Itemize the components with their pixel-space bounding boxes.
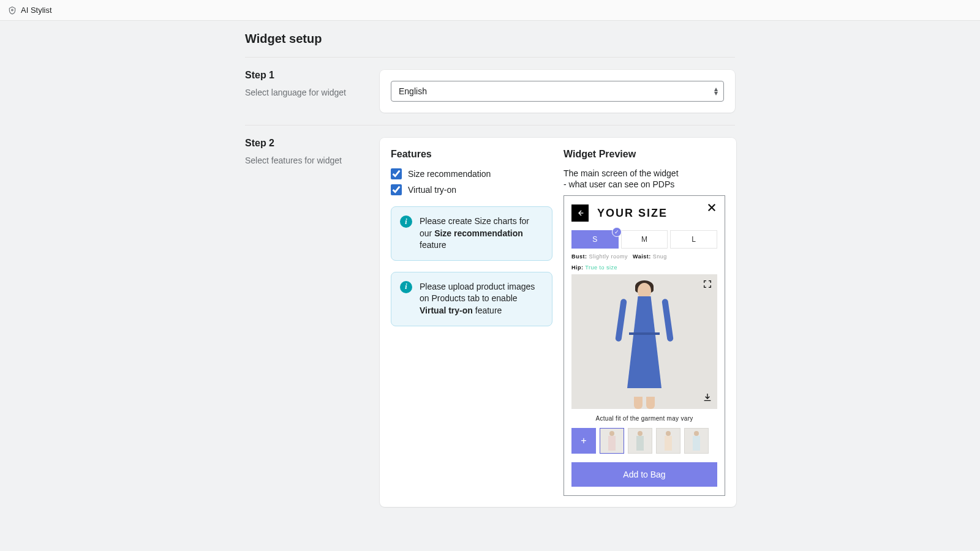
features-title: Features [391, 149, 552, 160]
info-icon: i [400, 281, 412, 293]
step-1-row: Step 1 Select language for widget Englis… [245, 58, 735, 126]
language-select[interactable]: English [391, 81, 724, 102]
widget-title: YOUR SIZE [597, 207, 668, 220]
preview-sub-2: - what user can see on PDPs [564, 179, 725, 189]
banner-size-charts-text: Please create Size charts for our Size r… [420, 216, 543, 252]
banner-virtual-tryon-text: Please upload product images on Products… [420, 281, 543, 317]
step-1-title: Step 1 [245, 70, 368, 81]
info-icon: i [400, 216, 412, 228]
expand-icon [703, 279, 712, 289]
top-bar: AI Stylist [0, 0, 980, 21]
page-title: Widget setup [245, 32, 735, 58]
widget-fit-row: Bust: Slightly roomy Waist: Snug Hip: Tr… [571, 253, 717, 271]
download-icon [703, 392, 712, 402]
widget-expand-button[interactable] [703, 279, 712, 291]
features-column: Features Size recommendation Virtual try… [391, 149, 552, 496]
step-2-left: Step 2 Select features for widget [245, 138, 380, 507]
widget-header: YOUR SIZE [571, 204, 717, 222]
widget-thumb-3[interactable] [656, 428, 680, 454]
widget-caption: Actual fit of the garment may vary [571, 415, 717, 422]
widget-back-button[interactable] [571, 204, 589, 222]
feature-row-virtual-tryon: Virtual try-on [391, 184, 552, 195]
features-card: Features Size recommendation Virtual try… [380, 138, 736, 507]
widget-size-l[interactable]: L [670, 230, 717, 249]
feature-checkbox-virtual-tryon[interactable] [391, 184, 402, 195]
widget-size-m[interactable]: M [621, 230, 668, 249]
widget-image-wrap [571, 274, 717, 409]
widget-thumb-2[interactable] [628, 428, 652, 454]
banner-virtual-tryon: i Please upload product images on Produc… [391, 272, 552, 326]
feature-checkbox-size-recommendation[interactable] [391, 168, 402, 179]
brand-shield-icon [7, 6, 17, 15]
step-1-left: Step 1 Select language for widget [245, 70, 380, 113]
feature-label-size-recommendation: Size recommendation [408, 169, 491, 179]
widget-add-to-bag-button[interactable]: Add to Bag [571, 462, 717, 487]
step-2-subtitle: Select features for widget [245, 155, 368, 167]
arrow-left-icon [575, 208, 585, 218]
step-2-row: Step 2 Select features for widget Featur… [245, 126, 735, 519]
widget-preview-box: YOUR SIZE S M L Bust: [564, 195, 725, 496]
widget-thumb-add[interactable]: + [571, 428, 596, 454]
preview-sub-1: The main screen of the widget [564, 168, 725, 178]
page-container: Widget setup Step 1 Select language for … [245, 21, 735, 519]
widget-download-button[interactable] [703, 392, 712, 404]
widget-size-s[interactable]: S [571, 230, 619, 249]
brand-label: AI Stylist [21, 6, 52, 15]
widget-thumb-1[interactable] [600, 428, 624, 454]
step-2-title: Step 2 [245, 138, 368, 149]
widget-model-image [571, 274, 717, 409]
step-1-subtitle: Select language for widget [245, 87, 368, 99]
feature-row-size-recommendation: Size recommendation [391, 168, 552, 179]
widget-close-button[interactable] [706, 201, 717, 217]
widget-thumb-4[interactable] [684, 428, 709, 454]
svg-point-0 [12, 9, 13, 11]
banner-size-charts: i Please create Size charts for our Size… [391, 206, 552, 261]
preview-column: Widget Preview The main screen of the wi… [564, 149, 725, 496]
widget-size-row: S M L [571, 230, 717, 249]
feature-label-virtual-tryon: Virtual try-on [408, 185, 456, 195]
close-icon [706, 202, 717, 213]
language-card: English ▴▾ [380, 70, 735, 113]
widget-thumb-row: + [571, 428, 717, 454]
preview-title: Widget Preview [564, 149, 725, 160]
